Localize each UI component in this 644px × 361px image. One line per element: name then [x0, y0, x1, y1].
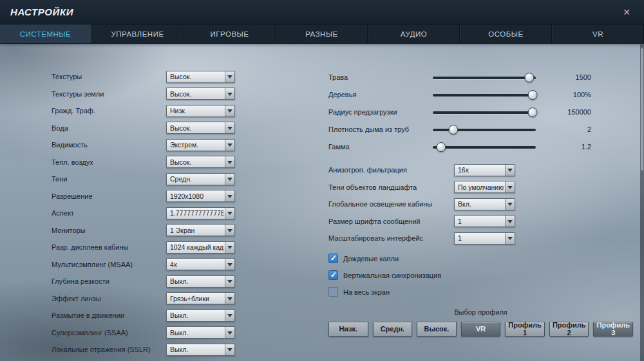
slider-track[interactable]	[433, 146, 536, 149]
checkbox[interactable]	[328, 287, 338, 297]
setting-dropdown[interactable]: 16x	[454, 164, 515, 176]
setting-dropdown[interactable]: 1 Экран	[166, 224, 235, 236]
profile-section: Выбор профиля Низк. Средн. Высок. VR Про…	[328, 308, 633, 340]
setting-dropdown[interactable]: Высок.	[166, 71, 235, 83]
setting-dropdown[interactable]: Высок.	[166, 156, 235, 168]
setting-dropdown[interactable]: Низк.	[166, 105, 235, 117]
checkbox-row[interactable]: Дождевые капли	[328, 250, 633, 267]
profile-button[interactable]: Профиль 3	[593, 322, 633, 337]
slider-track[interactable]	[433, 111, 536, 114]
checkbox[interactable]	[328, 270, 338, 280]
slider-handle[interactable]	[525, 73, 535, 82]
setting-label: Тени	[52, 175, 166, 183]
profile-button[interactable]: VR	[461, 322, 501, 337]
chevron-down-icon[interactable]	[225, 225, 234, 236]
slider-track[interactable]	[433, 77, 536, 79]
chevron-down-icon[interactable]	[225, 88, 234, 99]
setting-dropdown[interactable]: Выкл.	[166, 326, 235, 338]
slider[interactable]	[433, 141, 536, 153]
chevron-down-icon[interactable]	[505, 199, 515, 210]
setting-dropdown[interactable]: 1	[454, 232, 515, 245]
chevron-down-icon[interactable]	[225, 156, 234, 167]
scrollbar-thumb[interactable]	[641, 48, 643, 171]
chevron-down-icon[interactable]	[505, 216, 515, 227]
close-icon[interactable]: ✕	[620, 5, 634, 19]
setting-label: Разрешение	[52, 192, 166, 200]
chevron-down-icon[interactable]	[225, 344, 234, 355]
checkbox-group: Дождевые капли Вертикальная синхронизаци…	[328, 250, 633, 301]
setting-dropdown[interactable]: 1.7777777777778	[166, 207, 235, 219]
profile-button[interactable]: Средн.	[373, 322, 413, 337]
tab[interactable]: ИГРОВЫЕ	[184, 24, 276, 43]
chevron-down-icon[interactable]	[225, 106, 234, 116]
setting-dropdown[interactable]: Высок.	[166, 122, 235, 134]
chevron-down-icon[interactable]	[225, 276, 234, 287]
chevron-down-icon[interactable]	[225, 71, 234, 82]
chevron-down-icon[interactable]	[225, 208, 234, 219]
button-label: Низк.	[339, 325, 357, 333]
slider-handle[interactable]	[528, 107, 538, 117]
slider[interactable]	[433, 89, 536, 100]
setting-label: Мультисэмплинг (MSAA)	[52, 261, 166, 268]
slider[interactable]	[433, 106, 536, 118]
setting-dropdown[interactable]: Выкл.	[166, 275, 235, 288]
slider[interactable]	[433, 71, 536, 83]
chevron-down-icon[interactable]	[505, 181, 515, 192]
chevron-down-icon[interactable]	[225, 174, 234, 185]
checkbox-row[interactable]: Вертикальная синхронизация	[328, 267, 633, 284]
setting-dropdown[interactable]: Выкл.	[166, 344, 235, 356]
checkbox[interactable]	[328, 254, 338, 263]
chevron-down-icon[interactable]	[225, 190, 234, 201]
profile-button[interactable]: Профиль 1	[505, 322, 545, 337]
tab[interactable]: РАЗНЫЕ	[276, 24, 368, 43]
setting-row: Анизотроп. фильтрация 16x	[328, 162, 633, 179]
slider-handle[interactable]	[449, 125, 459, 134]
setting-dropdown[interactable]: Средн.	[166, 173, 235, 185]
scrollbar[interactable]	[640, 44, 644, 361]
slider[interactable]	[433, 124, 536, 135]
setting-dropdown[interactable]: Вкл.	[454, 198, 515, 210]
chevron-down-icon[interactable]	[225, 242, 234, 253]
tab-label: УПРАВЛЕНИЕ	[111, 30, 164, 38]
profile-button[interactable]: Профиль 2	[549, 322, 589, 337]
button-label: Профиль 2	[550, 321, 589, 337]
setting-dropdown[interactable]: 1920x1080	[166, 190, 235, 202]
tab[interactable]: СИСТЕМНЫЕ	[0, 24, 91, 43]
chevron-down-icon[interactable]	[225, 293, 234, 304]
setting-dropdown[interactable]: Высок.	[166, 88, 235, 100]
setting-dropdown[interactable]: 1024 каждый кадр	[166, 241, 235, 254]
setting-label: Размер шрифта сообщений	[328, 218, 454, 225]
setting-dropdown[interactable]: Грязь+блики	[166, 292, 235, 304]
setting-dropdown[interactable]: 1	[454, 215, 515, 227]
setting-row: Разрешение 1920x1080	[52, 188, 303, 205]
titlebar: НАСТРОЙКИ ✕	[0, 0, 644, 24]
tab[interactable]: АУДИО	[368, 24, 460, 43]
dropdown-value: 1920x1080	[167, 192, 204, 200]
slider-value: 100%	[536, 91, 591, 98]
chevron-down-icon[interactable]	[225, 140, 234, 151]
setting-dropdown[interactable]: 4x	[166, 258, 235, 270]
dropdown-value: По умолчанию	[455, 183, 504, 191]
chevron-down-icon[interactable]	[225, 259, 234, 270]
tab[interactable]: VR	[552, 24, 644, 43]
chevron-down-icon[interactable]	[505, 233, 515, 244]
tab[interactable]: УПРАВЛЕНИЕ	[91, 24, 184, 43]
chevron-down-icon[interactable]	[225, 327, 234, 338]
slider-row: Трава 1500	[328, 68, 633, 86]
setting-label: Размытие в движении	[52, 311, 166, 319]
profile-button[interactable]: Низк.	[328, 322, 368, 337]
tab[interactable]: ОСОБЫЕ	[460, 24, 552, 43]
setting-dropdown[interactable]: По умолчанию	[454, 181, 515, 193]
chevron-down-icon[interactable]	[505, 165, 515, 176]
slider-track[interactable]	[433, 94, 536, 97]
button-label: VR	[476, 325, 486, 333]
checkbox-row[interactable]: На весь экран	[328, 284, 633, 301]
setting-dropdown[interactable]: Выкл.	[166, 310, 235, 322]
slider-handle[interactable]	[528, 90, 538, 100]
slider-handle[interactable]	[436, 142, 446, 152]
slider-label: Трава	[328, 73, 433, 81]
setting-dropdown[interactable]: Экстрем.	[166, 139, 235, 151]
chevron-down-icon[interactable]	[225, 122, 234, 133]
chevron-down-icon[interactable]	[225, 310, 234, 321]
profile-button[interactable]: Высок.	[417, 322, 457, 337]
